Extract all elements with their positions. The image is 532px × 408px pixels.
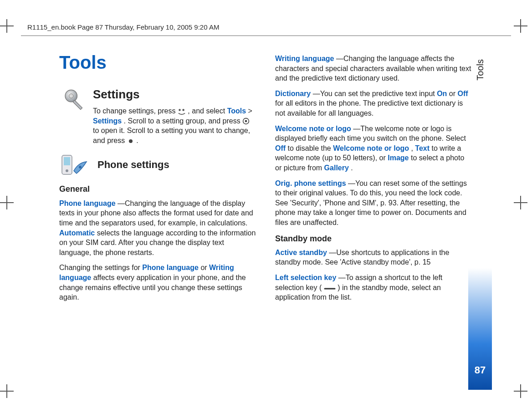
phone-settings-heading: Phone settings — [97, 158, 169, 172]
phone-language-label-2: Phone language — [142, 264, 199, 271]
automatic-label: Automatic — [59, 229, 95, 237]
on-label: On — [437, 90, 447, 97]
active-standby-label: Active standby — [275, 249, 327, 256]
left-selection-key-paragraph: Left selection key —To assign a shortcut… — [275, 273, 473, 302]
svg-point-6 — [129, 139, 133, 143]
svg-point-3 — [182, 109, 184, 111]
changing-settings-paragraph: Changing the settings for Phone language… — [59, 263, 257, 302]
crop-mark-top-left — [0, 19, 18, 37]
joystick-icon — [242, 117, 250, 125]
orig-phone-settings-paragraph: Orig. phone settings —You can reset some… — [275, 178, 473, 228]
running-header: R1115_en.book Page 87 Thursday, February… — [27, 19, 505, 35]
standby-mode-heading: Standby mode — [275, 233, 473, 244]
column-right: Writing language —Changing the language … — [275, 50, 473, 390]
left-softkey-icon — [324, 286, 336, 290]
crop-mark-bottom-right — [514, 384, 532, 403]
running-header-text: R1115_en.book Page 87 Thursday, February… — [27, 23, 219, 31]
writing-language-label-2: Writing language — [275, 55, 334, 62]
left-selection-key-label: Left selection key — [275, 274, 336, 281]
orig-phone-settings-label: Orig. phone settings — [275, 179, 346, 187]
welcome-note-label: Welcome note or logo — [275, 125, 351, 133]
off-label-2: Off — [275, 144, 286, 152]
welcome-note-paragraph: Welcome note or logo —The welcome note o… — [275, 124, 473, 173]
crop-mark-top-right — [514, 19, 532, 37]
header-rule — [21, 36, 511, 36]
crop-mark-mid-left — [0, 196, 18, 214]
settings-heading: Settings — [93, 87, 257, 102]
menu-key-icon — [178, 107, 186, 116]
general-heading: General — [59, 184, 257, 194]
crop-mark-bottom-left — [0, 384, 18, 403]
select-key-icon — [127, 138, 134, 145]
image-label: Image — [388, 154, 409, 162]
dictionary-paragraph: Dictionary —You can set the predictive t… — [275, 89, 473, 118]
section-tab-label: Tools — [475, 59, 486, 81]
svg-rect-8 — [64, 157, 70, 165]
welcome-note-label-2: Welcome note or logo — [333, 144, 409, 152]
svg-point-10 — [79, 166, 82, 168]
crop-mark-mid-right — [514, 196, 532, 214]
text-label: Text — [415, 144, 430, 152]
active-standby-paragraph: Active standby —Use shortcuts to applica… — [275, 248, 473, 267]
phone-settings-row: Phone settings — [59, 153, 257, 179]
page-content: Tools Settings To change settings, press — [59, 50, 473, 390]
page-title: Tools — [59, 50, 257, 75]
off-label: Off — [458, 90, 468, 97]
svg-point-9 — [66, 169, 68, 172]
gallery-label: Gallery — [324, 164, 349, 172]
settings-link: Settings — [93, 117, 122, 125]
phone-language-label: Phone language — [59, 199, 116, 207]
phone-connectivity-icon — [59, 153, 91, 179]
tools-link: Tools — [227, 107, 246, 115]
writing-language-paragraph: Writing language —Changing the language … — [275, 54, 473, 83]
svg-point-5 — [245, 120, 247, 122]
column-left: Tools Settings To change settings, press — [59, 50, 257, 390]
settings-heading-row: Settings To change settings, press , and… — [59, 87, 257, 151]
phone-language-paragraph: Phone language —Changing the language of… — [59, 199, 257, 258]
wrench-icon — [59, 87, 87, 114]
dictionary-label: Dictionary — [275, 90, 311, 97]
svg-point-2 — [179, 109, 181, 111]
svg-point-1 — [69, 94, 73, 98]
settings-intro: To change settings, press , and select T… — [93, 106, 257, 145]
